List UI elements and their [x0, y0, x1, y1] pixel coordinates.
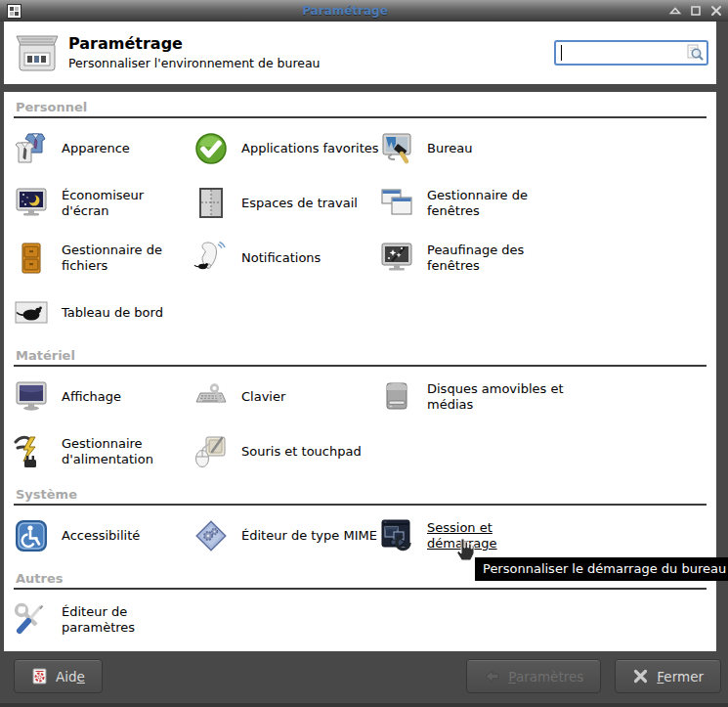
item-accessibilite[interactable]: Accessibilité — [14, 508, 193, 563]
shade-window-icon[interactable] — [668, 4, 682, 18]
section-grid-systeme: Accessibilité Éditeur de type MIME — [12, 506, 708, 565]
item-disques-amovibles[interactable]: Disques amovibles et médias — [379, 370, 708, 424]
desktop-icon — [379, 131, 414, 166]
appearance-icon — [14, 131, 49, 166]
item-label: Éditeur de paramètres — [62, 604, 193, 637]
item-label: Clavier — [241, 389, 285, 405]
item-label: Peaufinage des fenêtres — [427, 243, 566, 275]
item-label: Souris et touchpad — [241, 444, 362, 460]
close-button-label: Fermer — [657, 669, 704, 685]
back-arrow-icon — [484, 668, 500, 685]
item-bureau[interactable]: Bureau — [379, 121, 708, 176]
titlebar[interactable]: Paramétrage — [0, 0, 728, 22]
item-label: Notifications — [241, 250, 321, 266]
screensaver-icon — [14, 186, 49, 221]
search-input[interactable] — [556, 42, 707, 64]
file-manager-icon — [14, 241, 49, 276]
item-clavier[interactable]: Clavier — [193, 370, 379, 424]
help-icon — [31, 668, 48, 685]
item-label: Éditeur de type MIME — [241, 528, 377, 544]
help-button-label: Aide — [56, 669, 85, 685]
section-title-systeme: Système — [14, 486, 707, 506]
keyboard-icon — [193, 379, 229, 415]
item-apparence[interactable]: Apparence — [14, 121, 193, 176]
item-label: Accessibilité — [62, 528, 140, 544]
item-gestionnaire-alimentation[interactable]: Gestionnaire d'alimentation — [14, 424, 193, 479]
settings-button-label: Paramètres — [508, 669, 583, 685]
window-manager-icon — [379, 186, 414, 221]
accessibility-icon — [14, 518, 49, 553]
close-x-icon — [632, 668, 649, 685]
section-title-personnel: Personnel — [14, 99, 707, 118]
tooltip: Personnaliser le démarrage du bureau X — [475, 557, 728, 581]
item-notifications[interactable]: Notifications — [193, 231, 379, 286]
favorite-applications-icon — [193, 131, 229, 166]
window-title: Paramétrage — [21, 4, 668, 18]
close-button[interactable]: Fermer — [615, 659, 721, 693]
item-editeur-parametres[interactable]: Éditeur de paramètres — [14, 593, 193, 647]
item-applications-favorites[interactable]: Applications favorites — [193, 121, 379, 176]
item-label: Affichage — [62, 389, 121, 405]
item-tableau-de-bord[interactable]: Tableau de bord — [14, 286, 193, 340]
item-label: Apparence — [62, 141, 130, 156]
window-menu-icon[interactable] — [7, 4, 21, 19]
item-label: Disques amovibles et médias — [427, 381, 566, 414]
settings-button[interactable]: Paramètres — [466, 659, 601, 693]
help-button[interactable]: Aide — [14, 659, 103, 693]
panel-icon — [14, 295, 49, 331]
item-label: Applications favorites — [241, 141, 379, 156]
mouse-touchpad-icon — [193, 434, 229, 469]
search-icon — [686, 44, 704, 62]
item-label: Économiseur d'écran — [62, 188, 193, 220]
removable-drives-icon — [379, 379, 414, 415]
item-souris-touchpad[interactable]: Souris et touchpad — [193, 424, 379, 479]
footer-bar: Aide Paramètres Fermer — [0, 651, 728, 707]
mime-editor-icon — [193, 518, 229, 553]
item-affichage[interactable]: Affichage — [14, 370, 193, 424]
page-title: Paramétrage — [68, 35, 554, 53]
search-field-frame — [554, 40, 708, 66]
item-label: Bureau — [427, 141, 472, 156]
item-label: Gestionnaire de fichiers — [62, 243, 193, 275]
display-icon — [14, 379, 49, 415]
item-editeur-type-mime[interactable]: Éditeur de type MIME — [193, 508, 379, 563]
page-subtitle: Personnaliser l'environnement de bureau — [68, 56, 554, 70]
hand-cursor — [453, 538, 475, 561]
section-grid-materiel: Affichage Clavier — [12, 367, 708, 481]
item-label: Gestionnaire de fenêtres — [427, 188, 566, 220]
item-label: Espaces de travail — [241, 196, 358, 211]
settings-manager-icon — [14, 31, 61, 74]
text-caret — [561, 45, 562, 61]
item-gestionnaire-fichiers[interactable]: Gestionnaire de fichiers — [14, 231, 193, 286]
item-label: Tableau de bord — [62, 305, 163, 321]
notifications-icon — [193, 241, 229, 276]
settings-editor-icon — [14, 602, 49, 638]
item-economiseur-ecran[interactable]: Économiseur d'écran — [14, 176, 193, 231]
item-espaces-de-travail[interactable]: Espaces de travail — [193, 176, 379, 231]
item-session-demarrage[interactable]: Session et démarrage — [379, 508, 708, 563]
item-label: Gestionnaire d'alimentation — [62, 436, 193, 468]
header: Paramétrage Personnaliser l'environnemen… — [4, 22, 716, 84]
item-label: Session et démarrage — [427, 520, 566, 552]
close-window-icon[interactable] — [709, 4, 723, 18]
maximize-window-icon[interactable] — [689, 4, 703, 18]
session-startup-icon — [379, 518, 414, 553]
section-grid-autres: Éditeur de paramètres — [12, 590, 708, 649]
power-manager-icon — [14, 434, 49, 469]
window-tweaks-icon — [379, 241, 414, 276]
settings-manager-window: Paramétrage Paramétrage Pers — [0, 0, 728, 707]
workspaces-icon — [193, 186, 229, 221]
section-title-materiel: Matériel — [14, 347, 707, 367]
section-grid-personnel: Apparence Applications favorites — [12, 118, 708, 342]
item-peaufinage-fenetres[interactable]: Peaufinage des fenêtres — [379, 231, 708, 286]
item-gestionnaire-fenetres[interactable]: Gestionnaire de fenêtres — [379, 176, 708, 231]
